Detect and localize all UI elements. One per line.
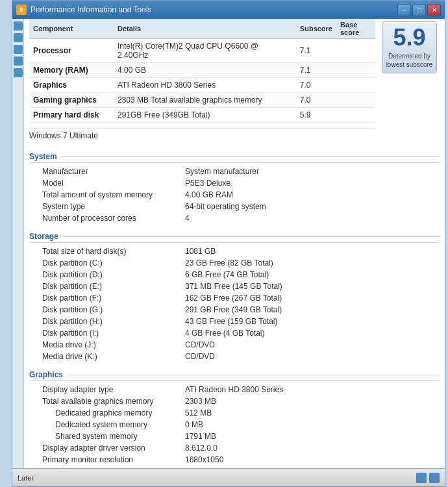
detail-label: Primary monitor resolution: [29, 454, 172, 466]
detail-label: Disk partition (D:): [29, 269, 172, 281]
score-number: 5.9: [393, 26, 425, 49]
list-item: Total amount of system memory 4.00 GB RA…: [29, 189, 440, 201]
system-detail-table: Manufacturer System manufacturer Model P…: [29, 166, 440, 224]
graphics-section-header: Graphics: [29, 370, 440, 381]
detail-label: Disk partition (G:): [29, 304, 172, 316]
detail-label: Media drive (K:): [29, 351, 172, 362]
row-subscore: 5.9: [296, 108, 336, 123]
detail-label: Dedicated graphics memory: [29, 407, 172, 419]
col-header-component: Component: [29, 19, 114, 39]
list-item: Display adapter type ATI Radeon HD 3800 …: [29, 384, 440, 395]
list-item: Dedicated graphics memory 512 MB: [29, 407, 440, 419]
status-icon-2: [429, 473, 440, 483]
row-basescore: [336, 63, 375, 78]
detail-label: System type: [29, 201, 172, 212]
system-section-header: System: [29, 152, 440, 163]
sidebar-item-3[interactable]: [14, 45, 23, 54]
status-icons: [416, 473, 440, 483]
row-component: Graphics: [29, 78, 114, 93]
list-item: Disk partition (E:) 371 MB Free (145 GB …: [29, 281, 440, 292]
detail-value: CD/DVD: [172, 351, 440, 362]
sidebar-item-4[interactable]: [14, 56, 23, 66]
title-bar: ⚙ Performance Information and Tools ─ □ …: [12, 1, 445, 19]
summary-table: Component Details Subscore Base score: [29, 19, 375, 123]
detail-label: Disk partition (C:): [29, 257, 172, 269]
row-basescore: [336, 93, 375, 108]
detail-value: 291 GB Free (349 GB Total): [172, 304, 440, 316]
col-header-score: Base score: [336, 19, 375, 39]
row-score1: [288, 93, 296, 108]
detail-value: System manufacturer: [172, 166, 440, 177]
detail-value: 4.00 GB RAM: [172, 189, 440, 201]
col-header-basescore: Subscore: [296, 19, 336, 39]
detail-label: Disk partition (E:): [29, 281, 172, 292]
row-subscore: 7.1: [296, 63, 336, 78]
window-content: Component Details Subscore Base score: [12, 19, 445, 468]
list-item: Disk partition (H:) 43 GB Free (159 GB T…: [29, 316, 440, 327]
storage-detail-table: Total size of hard disk(s) 1081 GB Disk …: [29, 245, 440, 362]
main-window: ⚙ Performance Information and Tools ─ □ …: [12, 0, 445, 487]
table-row: Primary hard disk 291GB Free (349GB Tota…: [29, 108, 375, 123]
left-sidebar: [12, 19, 24, 468]
list-item: Total size of hard disk(s) 1081 GB: [29, 245, 440, 257]
detail-label: Disk partition (H:): [29, 316, 172, 327]
sidebar-item-5[interactable]: [14, 68, 23, 77]
detail-value: 1791 MB: [172, 431, 440, 442]
detail-value: 4: [172, 212, 440, 224]
windows-edition: Windows 7 Ultimate: [29, 128, 375, 143]
table-row: Memory (RAM) 4.00 GB 7.1: [29, 63, 375, 78]
list-item: Dedicated system memory 0 MB: [29, 419, 440, 431]
scrollable-content[interactable]: Component Details Subscore Base score: [24, 19, 445, 468]
row-details: 291GB Free (349GB Total): [114, 108, 288, 123]
row-score1: [288, 63, 296, 78]
list-item: Media drive (K:) CD/DVD: [29, 351, 440, 362]
detail-value: ATI Radeon HD 3800 Series: [172, 384, 440, 395]
score-badge: 5.9 Determined by lowest subscore: [382, 21, 437, 73]
graphics-detail-table: Display adapter type ATI Radeon HD 3800 …: [29, 384, 440, 468]
detail-value: 64-bit operating system: [172, 201, 440, 212]
title-buttons: ─ □ ✕: [397, 4, 441, 16]
storage-section: Storage Total size of hard disk(s) 1081 …: [24, 228, 445, 366]
row-details: 2303 MB Total available graphics memory: [114, 93, 288, 108]
row-component: Memory (RAM): [29, 63, 114, 78]
row-component: Primary hard disk: [29, 108, 114, 123]
row-score1: [288, 78, 296, 93]
list-item: Disk partition (F:) 162 GB Free (267 GB …: [29, 292, 440, 304]
summary-section: Component Details Subscore Base score: [24, 19, 445, 148]
table-row: Graphics ATI Radeon HD 3800 Series 7.0: [29, 78, 375, 93]
bottom-bar-text: Later: [18, 474, 34, 482]
close-button[interactable]: ✕: [427, 4, 441, 16]
table-row: Gaming graphics 2303 MB Total available …: [29, 93, 375, 108]
detail-value: 371 MB Free (145 GB Total): [172, 281, 440, 292]
detail-label: Total size of hard disk(s): [29, 245, 172, 257]
detail-value: 4 GB Free (4 GB Total): [172, 327, 440, 339]
list-item: Total available graphics memory 2303 MB: [29, 395, 440, 407]
detail-value: 23 GB Free (82 GB Total): [172, 257, 440, 269]
detail-value: P5E3 Deluxe: [172, 177, 440, 189]
list-item: Number of processor cores 4: [29, 212, 440, 224]
list-item: Disk partition (D:) 6 GB Free (74 GB Tot…: [29, 269, 440, 281]
detail-label: Manufacturer: [29, 166, 172, 177]
detail-label: Display adapter type: [29, 384, 172, 395]
list-item: Disk partition (G:) 291 GB Free (349 GB …: [29, 304, 440, 316]
row-details: 4.00 GB: [114, 63, 288, 78]
row-score1: [288, 39, 296, 63]
sidebar-item-1[interactable]: [14, 21, 23, 31]
system-section: System Manufacturer System manufacturer …: [24, 148, 445, 228]
detail-label: Display adapter driver version: [29, 442, 172, 454]
row-details: ATI Radeon HD 3800 Series: [114, 78, 288, 93]
list-item: System type 64-bit operating system: [29, 201, 440, 212]
row-component: Gaming graphics: [29, 93, 114, 108]
detail-label: Disk partition (F:): [29, 292, 172, 304]
detail-value: 0 MB: [172, 419, 440, 431]
maximize-button[interactable]: □: [412, 4, 426, 16]
detail-value: 162 GB Free (267 GB Total): [172, 292, 440, 304]
detail-label: Shared system memory: [29, 431, 172, 442]
window-icon: ⚙: [16, 5, 27, 15]
list-item: Model P5E3 Deluxe: [29, 177, 440, 189]
sidebar-item-2[interactable]: [14, 33, 23, 42]
detail-value: 8.612.0.0: [172, 442, 440, 454]
minimize-button[interactable]: ─: [397, 4, 411, 16]
list-item: Manufacturer System manufacturer: [29, 166, 440, 177]
main-area: Component Details Subscore Base score: [24, 19, 445, 468]
